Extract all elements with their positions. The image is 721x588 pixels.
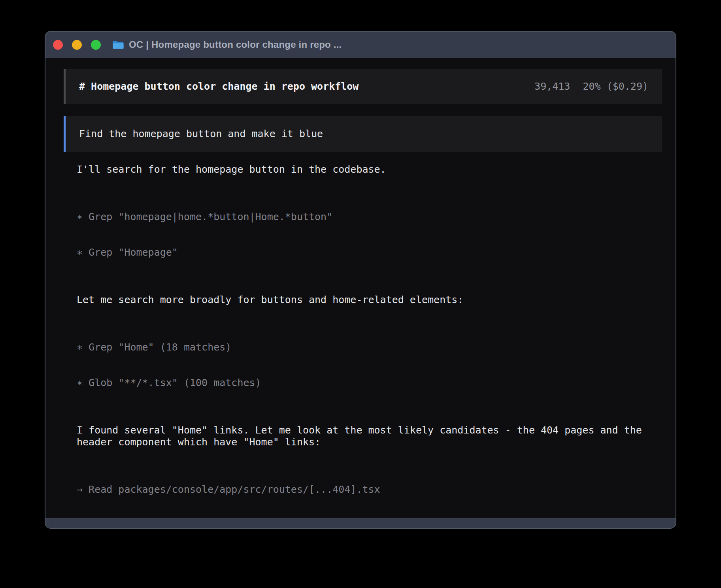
traffic-lights xyxy=(53,40,101,50)
token-count: 39,413 xyxy=(534,81,570,92)
tool-call-grep: ∗ Grep "homepage|home.*button|Home.*butt… xyxy=(77,211,666,223)
terminal-content: # Homepage button color change in repo w… xyxy=(45,58,676,529)
minimize-button[interactable] xyxy=(72,40,82,50)
folder-icon xyxy=(112,40,124,49)
close-button[interactable] xyxy=(53,40,63,50)
user-message: Find the homepage button and make it blu… xyxy=(64,116,662,152)
tool-call-glob: ∗ Glob "**/*.tsx" (100 matches) xyxy=(77,377,666,389)
assistant-paragraph: I'll search for the homepage button in t… xyxy=(77,164,666,175)
window-bottom-strip xyxy=(45,518,676,528)
assistant-paragraph: I found several "Home" links. Let me loo… xyxy=(77,424,666,448)
tool-call-group: ∗ Grep "homepage|home.*button|Home.*butt… xyxy=(77,187,666,282)
window-title: OC | Homepage button color change in rep… xyxy=(129,39,342,50)
context-usage: 20% ($0.29) xyxy=(583,81,648,92)
tool-call-grep: ∗ Grep "Home" (18 matches) xyxy=(77,341,666,353)
session-stats: 39,413 20% ($0.29) xyxy=(534,81,648,92)
assistant-paragraph: Let me search more broadly for buttons a… xyxy=(77,294,666,306)
zoom-button[interactable] xyxy=(91,40,101,50)
titlebar-title-group: OC | Homepage button color change in rep… xyxy=(112,39,342,50)
tool-call-group: ∗ Grep "Home" (18 matches) ∗ Glob "**/*.… xyxy=(77,318,666,413)
session-header: # Homepage button color change in repo w… xyxy=(64,69,662,104)
terminal-window: OC | Homepage button color change in rep… xyxy=(45,31,676,529)
tool-call-read: → Read packages/console/app/src/routes/[… xyxy=(77,484,666,496)
tool-call-grep: ∗ Grep "Homepage" xyxy=(77,247,666,258)
titlebar[interactable]: OC | Homepage button color change in rep… xyxy=(45,32,676,58)
user-message-text: Find the homepage button and make it blu… xyxy=(79,128,323,140)
session-title: # Homepage button color change in repo w… xyxy=(79,81,359,92)
assistant-transcript: I'll search for the homepage button in t… xyxy=(77,164,666,529)
